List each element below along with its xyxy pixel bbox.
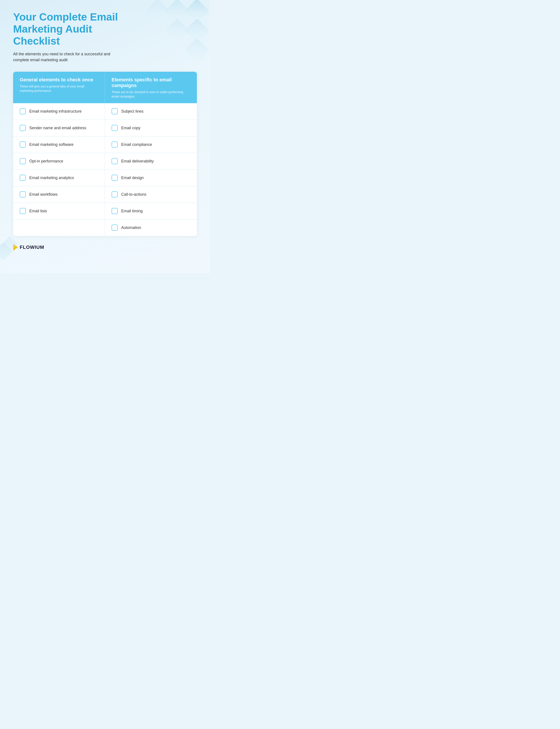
decorative-shapes-top	[149, 0, 210, 57]
checkbox[interactable]	[112, 225, 118, 231]
right-cell: Email timing	[105, 203, 197, 219]
cell-label: Email marketing software	[29, 142, 73, 147]
checkbox[interactable]	[20, 208, 26, 214]
right-header-cell: Elements specific to email campaigns The…	[105, 72, 197, 103]
checkbox[interactable]	[20, 125, 26, 131]
right-cell: Call-to-actions	[105, 186, 197, 203]
right-cell: Email copy	[105, 120, 197, 136]
right-cell: Email compliance	[105, 137, 197, 153]
checkbox[interactable]	[20, 191, 26, 198]
right-cell: Subject lines	[105, 103, 197, 120]
page-wrapper: Your Complete Email Marketing Audit Chec…	[0, 0, 210, 273]
cell-label: Subject lines	[121, 109, 143, 114]
checkbox[interactable]	[112, 108, 118, 114]
cell-label: Email marketing infrastructure	[29, 109, 82, 114]
checkbox[interactable]	[20, 142, 26, 148]
right-cell: Email design	[105, 170, 197, 186]
checkbox[interactable]	[20, 108, 26, 114]
checklist-table: General elements to check once These wil…	[13, 72, 197, 236]
cell-label: Automation	[121, 226, 141, 230]
cell-label: Email design	[121, 176, 144, 180]
table-row: Email marketing softwareEmail compliance	[13, 137, 197, 153]
left-cell: Email marketing analytics	[13, 170, 105, 186]
right-cell: Email deliverability	[105, 153, 197, 170]
decorative-shapes-bottom	[0, 238, 22, 260]
logo-text: FLOWIUM	[20, 245, 44, 250]
table-row: Email marketing infrastructureSubject li…	[13, 103, 197, 120]
table-header: General elements to check once These wil…	[13, 72, 197, 103]
right-header-desc: These are to be checked in over or under…	[112, 90, 190, 99]
table-row: Opt-in performanceEmail deliverability	[13, 153, 197, 170]
page-subtitle: All the elements you need to check for a…	[13, 51, 123, 63]
checkbox[interactable]	[20, 158, 26, 164]
table-row: Automation	[13, 220, 197, 236]
diamond-shape	[165, 18, 189, 43]
right-header-title: Elements specific to email campaigns	[112, 77, 190, 89]
diamond-shape	[184, 38, 209, 63]
left-cell: Sender name and email address	[13, 120, 105, 136]
cell-label: Email copy	[121, 126, 140, 130]
left-cell	[13, 220, 105, 236]
cell-label: Email lists	[29, 209, 47, 214]
cell-label: Email compliance	[121, 142, 152, 147]
left-header-cell: General elements to check once These wil…	[13, 72, 105, 103]
checkbox[interactable]	[20, 175, 26, 181]
cell-label: Email timing	[121, 209, 143, 214]
right-cell: Automation	[105, 220, 197, 236]
logo-area: FLOWIUM	[13, 244, 197, 251]
cell-label: Call-to-actions	[121, 192, 146, 197]
table-row: Email workflowsCall-to-actions	[13, 186, 197, 203]
cell-label: Opt-in performance	[29, 159, 63, 164]
table-row: Email listsEmail timing	[13, 203, 197, 220]
left-cell: Opt-in performance	[13, 153, 105, 170]
table-row: Email marketing analyticsEmail design	[13, 170, 197, 186]
checkbox[interactable]	[112, 142, 118, 148]
left-cell: Email workflows	[13, 186, 105, 203]
checkbox[interactable]	[112, 191, 118, 198]
cell-label: Email marketing analytics	[29, 176, 74, 180]
cell-label: Email deliverability	[121, 159, 154, 164]
table-body: Email marketing infrastructureSubject li…	[13, 103, 197, 236]
left-header-desc: These will give you a general idea of yo…	[20, 84, 98, 93]
left-cell: Email marketing infrastructure	[13, 103, 105, 120]
cell-label: Sender name and email address	[29, 126, 86, 130]
page-title: Your Complete Email Marketing Audit Chec…	[13, 11, 136, 47]
checkbox[interactable]	[112, 158, 118, 164]
diamond-shape	[145, 0, 170, 23]
checkbox[interactable]	[112, 125, 118, 131]
table-row: Sender name and email addressEmail copy	[13, 120, 197, 137]
checkbox[interactable]	[112, 175, 118, 181]
left-cell: Email marketing software	[13, 137, 105, 153]
left-header-title: General elements to check once	[20, 77, 98, 83]
left-cell: Email lists	[13, 203, 105, 219]
cell-label: Email workflows	[29, 192, 58, 197]
checkbox[interactable]	[112, 208, 118, 214]
